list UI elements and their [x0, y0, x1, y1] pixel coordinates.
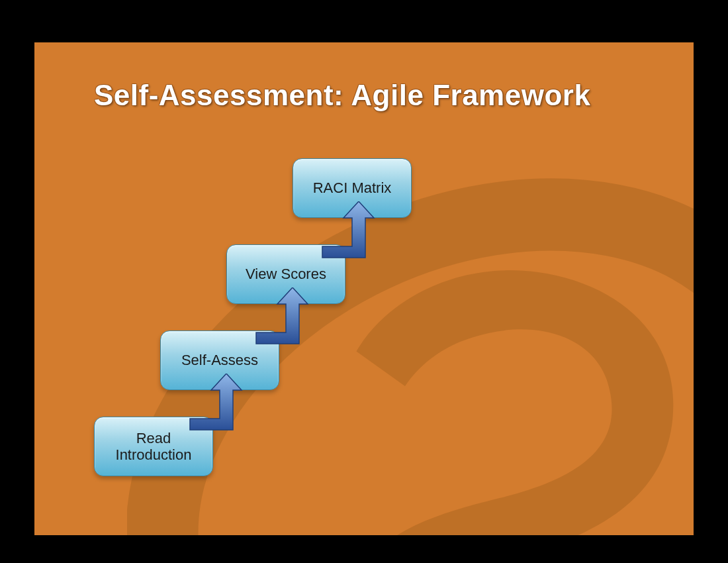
- step-box-2[interactable]: Self-Assess: [160, 331, 279, 390]
- step-box-4[interactable]: RACI Matrix: [293, 158, 412, 218]
- step-box-3[interactable]: View Scores: [226, 244, 345, 304]
- step-box-1[interactable]: Read Introduction: [94, 417, 213, 476]
- page: Self-Assessment: Agile Framework Read In…: [0, 0, 728, 563]
- step-label: RACI Matrix: [313, 179, 392, 196]
- step-label: View Scores: [246, 266, 326, 282]
- step-label: Read Introduction: [101, 430, 206, 464]
- step-label: Self-Assess: [181, 352, 258, 368]
- slide-canvas: Self-Assessment: Agile Framework Read In…: [34, 42, 694, 535]
- slide-title: Self-Assessment: Agile Framework: [94, 79, 590, 112]
